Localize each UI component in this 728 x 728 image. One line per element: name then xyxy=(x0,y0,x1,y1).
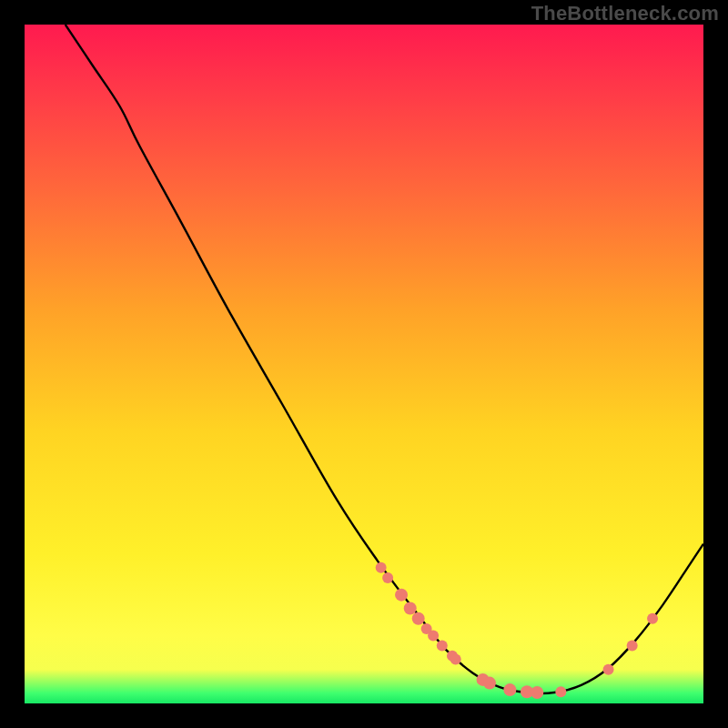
data-marker xyxy=(412,612,425,625)
chart-frame: TheBottleneck.com xyxy=(0,0,728,728)
data-marker xyxy=(404,602,417,615)
data-marker xyxy=(603,664,614,675)
bottleneck-curve xyxy=(66,25,703,693)
data-marker xyxy=(450,654,461,665)
data-marker xyxy=(627,641,638,652)
data-marker xyxy=(555,686,566,697)
data-marker xyxy=(503,683,516,696)
chart-svg xyxy=(25,25,703,703)
data-marker xyxy=(531,686,543,699)
data-marker xyxy=(395,589,408,602)
data-markers xyxy=(376,562,658,699)
plot-area xyxy=(25,25,703,703)
data-marker xyxy=(376,562,387,573)
watermark-text: TheBottleneck.com xyxy=(531,2,719,25)
data-marker xyxy=(428,630,439,641)
data-marker xyxy=(483,677,496,690)
data-marker xyxy=(647,613,658,624)
data-marker xyxy=(437,641,448,652)
data-marker xyxy=(382,572,393,583)
